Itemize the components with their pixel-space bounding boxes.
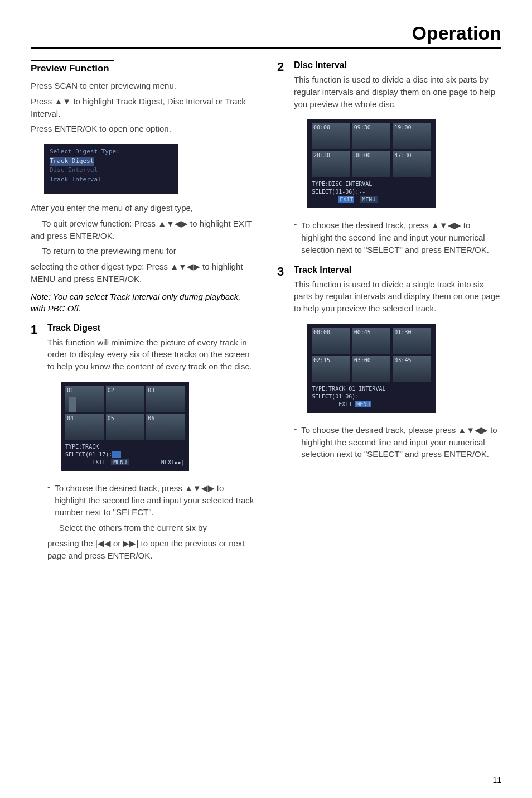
shot-footer-menu: MENU [355,401,371,407]
arrows-icon: ▲▼◀▶ [431,220,461,230]
right-column: 2 Disc Interval This function is used to… [277,60,501,569]
thumb: 38:00 [352,151,391,177]
thumb: 04 [65,414,104,440]
dash-icon: - [47,482,50,492]
next-icon: ▶▶| [123,539,138,548]
track-interval-screenshot: 00:00 00:45 01:30 02:15 03:00 03:45 TYPE… [307,324,436,413]
arrows-icon: ▲▼◀▶ [158,219,188,228]
dash-icon: - [294,424,297,434]
after-menu-line: After you enter the menu of any digest t… [31,202,255,214]
prev-icon: |◀◀ [95,539,111,548]
left-column: Preview Function Press SCAN to enter pre… [31,60,255,569]
item-body: This function is used to divide a disc i… [294,74,501,110]
updown-icon: ▲▼ [55,97,71,106]
section-rule [31,60,114,61]
shot-footer-menu: MENU [360,196,378,203]
shot-footer-type: TYPE:TRACK [65,443,185,451]
dash-icon: - [294,219,297,229]
shot-footer-exit: EXIT [338,401,352,407]
thumb: 06 [146,414,185,440]
thumb: 01:30 [393,328,431,354]
thumb: 01 [65,386,104,412]
shot-footer-select: SELECT(01-06):-- [312,188,431,196]
thumb: 09:30 [352,123,391,149]
thumb: 03:00 [352,356,391,382]
menu-line: Track Interval [50,175,172,185]
quit-line: To quit preview function: Press ▲▼◀▶ to … [31,218,255,242]
note-text: Note: You can select Track Interval only… [31,291,255,314]
shot-footer-select: SELECT(01-06):-- [312,393,431,401]
thumb: 47:30 [393,151,431,177]
section-header: Preview Function [31,63,255,74]
arrows-icon: ▲▼◀▶ [185,483,215,493]
intro-line-3: Press ENTER/OK to open one option. [31,123,255,135]
menu-line: Track Digest [50,157,94,166]
return-line-1: To return to the previewing menu for [31,245,255,257]
shot-footer-next: NEXT▶▶| [161,459,185,467]
menu-line: Select Digest Type: [50,147,172,157]
page-number: 11 [492,776,501,785]
item-title: Disc Interval [294,60,501,70]
disc-interval-screenshot: 00:00 09:30 19:00 28:30 38:00 47:30 TYPE… [307,119,436,208]
shot-footer-exit: EXIT [338,196,354,203]
dash-text: To choose the desired track, press ▲▼◀▶ … [55,482,255,518]
item-body: This function is used to divide a single… [294,278,501,315]
thumb: 02:15 [312,356,350,382]
item-title: Track Interval [294,265,501,275]
item-title: Track Digest [47,323,255,333]
dash-text: To choose the desired track, please pres… [301,424,501,460]
item-number: 3 [277,265,287,278]
thumb: 28:30 [312,151,350,177]
return-line-2: selecting the other digest type: Press ▲… [31,261,255,285]
title-rule [31,47,501,49]
digest-menu-screenshot: Select Digest Type: Track Digest Disc In… [44,144,178,194]
shot-footer-type: TYPE:TRACK 01 INTERVAL [312,385,431,393]
track-digest-screenshot: 01 02 03 04 05 06 TYPE:TRACK SELECT(01-1… [61,382,189,471]
dash-text: To choose the desired track, press ▲▼◀▶ … [301,219,501,256]
thumb: 02 [106,386,144,412]
shot-footer-type: TYPE:DISC INTERVAL [312,180,431,188]
tail-line: Select the others from the current six b… [47,522,255,534]
shot-footer-menu: MENU [111,459,129,465]
item-body: This function will minimize the picture … [47,336,255,373]
menu-line: Disc Interval [50,166,172,175]
arrows-icon: ▲▼◀▶ [458,425,488,435]
arrows-icon: ▲▼◀▶ [170,262,200,271]
intro-line-1: Press SCAN to enter previewing menu. [31,80,255,92]
shot-footer-exit: EXIT [92,459,105,465]
tail-line: pressing the |◀◀ or ▶▶| to open the prev… [47,537,255,562]
shot-footer-select: SELECT(01-17): [65,451,112,458]
thumb: 00:00 [312,123,350,149]
item-number: 1 [31,323,41,336]
thumb: 03 [146,386,185,412]
thumb: 00:00 [312,328,350,354]
thumb: 19:00 [393,123,431,149]
page-title: Operation [31,22,501,44]
thumb: 00:45 [352,328,391,354]
thumb: 05 [106,414,144,440]
intro-line-2: Press ▲▼ to highlight Track Digest, Disc… [31,95,255,120]
item-number: 2 [277,60,287,74]
thumb: 03:45 [393,356,431,382]
